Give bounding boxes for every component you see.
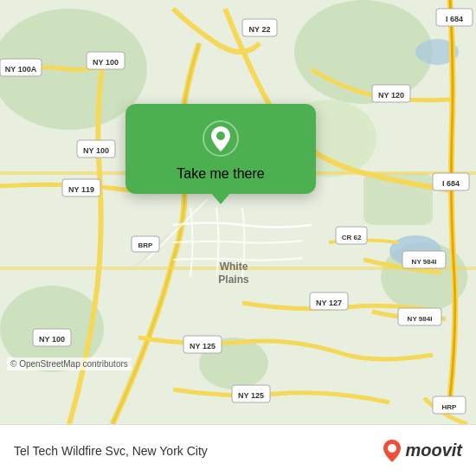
svg-point-49 — [216, 132, 225, 140]
popup-label: Take me there — [177, 166, 264, 182]
svg-point-50 — [388, 444, 396, 453]
svg-text:I 684: I 684 — [442, 179, 460, 188]
svg-point-2 — [294, 0, 433, 104]
svg-text:Plains: Plains — [218, 273, 249, 286]
info-bar: Tel Tech Wildfire Svc, New York City moo… — [0, 424, 476, 476]
svg-text:NY 984I: NY 984I — [408, 315, 433, 323]
svg-text:BRP: BRP — [138, 241, 154, 249]
svg-text:NY 125: NY 125 — [238, 391, 264, 400]
moovit-wordmark: moovit — [405, 441, 462, 460]
svg-text:NY 119: NY 119 — [68, 185, 94, 194]
svg-text:NY 100: NY 100 — [93, 58, 119, 67]
location-text: Tel Tech Wildfire Svc, New York City — [14, 444, 208, 458]
svg-text:NY 22: NY 22 — [249, 25, 271, 34]
svg-text:NY 100A: NY 100A — [5, 65, 37, 74]
svg-text:CR 62: CR 62 — [342, 234, 362, 241]
location-pin-icon — [202, 119, 240, 158]
take-me-there-button[interactable]: Take me there — [125, 104, 316, 194]
svg-text:NY 100: NY 100 — [39, 335, 65, 344]
svg-text:NY 125: NY 125 — [190, 342, 215, 351]
svg-text:White: White — [220, 261, 248, 273]
moovit-pin-icon — [383, 439, 402, 463]
svg-text:NY 127: NY 127 — [316, 299, 342, 307]
svg-text:NY 100: NY 100 — [83, 146, 109, 155]
osm-attribution: © OpenStreetMap contributors — [7, 357, 132, 370]
map-container: NY 100 NY 100 NY 100 NY 100A NY 22 NY 11… — [0, 0, 476, 424]
svg-text:I 684: I 684 — [446, 15, 463, 23]
svg-text:HRP: HRP — [442, 403, 458, 411]
moovit-logo: moovit — [383, 439, 462, 463]
svg-text:NY 984I: NY 984I — [412, 258, 437, 266]
svg-text:NY 120: NY 120 — [378, 91, 404, 100]
